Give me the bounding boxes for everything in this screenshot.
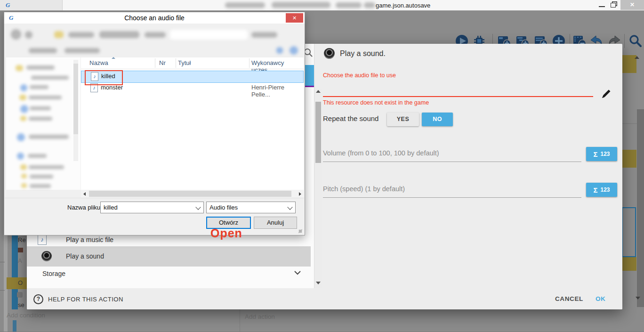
toolbar-separator: [624, 34, 625, 48]
window-tab: G: [0, 0, 63, 10]
repeat-no-button[interactable]: NO: [422, 113, 453, 126]
blurred-tree-label: [26, 65, 55, 70]
blurred-breadcrumb: [68, 32, 94, 38]
blurred-back-button: [11, 29, 21, 40]
column-separator[interactable]: [155, 58, 155, 68]
blurred-folder-icon: [16, 65, 23, 71]
close-icon[interactable]: ✕: [286, 13, 303, 23]
ok-button[interactable]: OK: [596, 295, 605, 302]
blurred-forward-button: [25, 31, 32, 39]
pitch-expression-button[interactable]: Σ 123: [586, 183, 617, 197]
column-header-title[interactable]: Tytuł: [178, 59, 191, 66]
window-close-icon[interactable]: ✕: [620, 0, 644, 10]
volume-expression-button[interactable]: Σ 123: [586, 147, 617, 161]
minimize-icon[interactable]: [599, 6, 605, 7]
group-label: Storage: [42, 270, 65, 277]
scrollbar-thumb[interactable]: [73, 64, 78, 134]
help-icon: ?: [33, 294, 43, 304]
blurred-folder-icon: [20, 116, 26, 121]
filetype-combobox[interactable]: Audio files: [206, 202, 296, 213]
column-header-nr[interactable]: Nr: [159, 59, 166, 66]
volume-label: Volume (from 0 to 100, 100 by default): [323, 149, 439, 157]
blurred-tree-label: [29, 135, 69, 139]
blurred-tree-label: [30, 184, 51, 188]
blurred-tree-label: [31, 76, 69, 80]
instruction-group-storage[interactable]: Storage: [27, 267, 311, 281]
search-icon[interactable]: [628, 34, 642, 48]
blurred-tree-label: [30, 175, 53, 178]
blurred-folder-icon: [20, 164, 27, 170]
annotation-highlight-box: [85, 70, 123, 85]
sort-ascending-icon: [112, 57, 115, 59]
blurred-newfolder-button: [64, 48, 100, 53]
scroll-up-icon[interactable]: [635, 56, 639, 59]
blurred-text: [251, 32, 277, 38]
blurred-help-button: [290, 46, 298, 55]
blurred-tree-icon: [20, 84, 27, 91]
footer-divider: [5, 198, 304, 198]
blurred-tree-label: [29, 165, 64, 169]
music-note-icon: ♪: [38, 235, 47, 245]
window-titlebar: G game.json.autosave ✕: [0, 0, 644, 11]
dialog-footer: ? HELP FOR THIS ACTION CANCEL OK: [27, 288, 622, 309]
instruction-search-icon[interactable]: [304, 48, 313, 57]
speaker-icon: [41, 251, 52, 261]
blurred-title-text: [225, 2, 265, 8]
blurred-breadcrumb: [99, 31, 139, 38]
blurred-tree-label: [29, 96, 62, 99]
file-list-hscrollbar[interactable]: [81, 190, 304, 198]
file-chooser-dialog: G Choose an audio file ✕: [4, 12, 305, 235]
action-title: Play a sound.: [340, 49, 386, 58]
instruction-item-play-sound[interactable]: Play a sound: [27, 246, 311, 267]
scroll-down-icon[interactable]: [636, 297, 640, 300]
cancel-button-file-dialog[interactable]: Anuluj: [254, 217, 297, 229]
pitch-label: Pitch (speed) (1 by default): [323, 185, 405, 193]
blurred-view-button: [276, 47, 283, 54]
blurred-folder-icon: [54, 31, 64, 38]
tree-scrollbar[interactable]: [73, 60, 78, 161]
audio-file-input[interactable]: [323, 96, 593, 97]
resize-grip[interactable]: [299, 230, 302, 233]
dimmed-flag-icon: [18, 248, 23, 252]
scroll-up-icon[interactable]: [316, 90, 321, 93]
volume-input[interactable]: [323, 162, 581, 162]
restore-icon[interactable]: [611, 3, 616, 8]
blurred-tree-icon: [17, 133, 25, 141]
help-link[interactable]: ? HELP FOR THIS ACTION: [33, 294, 123, 304]
instruction-list-scrollbar[interactable]: [315, 89, 322, 289]
filename-combobox[interactable]: killed: [100, 202, 204, 213]
scroll-right-icon[interactable]: [299, 192, 301, 196]
event-sheet-scrollbar[interactable]: [637, 109, 644, 307]
pitch-input[interactable]: [323, 197, 581, 198]
chevron-down-icon: [195, 204, 201, 210]
blurred-tree-label: [29, 117, 52, 121]
instruction-label: Play a sound: [66, 252, 104, 260]
scroll-down-icon[interactable]: [316, 282, 321, 284]
column-header-name[interactable]: Nazwa: [89, 59, 108, 66]
scroll-left-icon[interactable]: [83, 192, 86, 196]
dimmed-row-divider: [0, 290, 5, 291]
filename-label: Nazwa pliku:: [67, 204, 102, 211]
file-dialog-titlebar: G Choose an audio file ✕: [4, 12, 305, 24]
cancel-button[interactable]: CANCEL: [555, 295, 583, 302]
repeat-yes-button[interactable]: YES: [387, 113, 419, 126]
add-condition-placeholder: Add condition: [7, 312, 45, 319]
column-separator[interactable]: [176, 58, 176, 68]
blurred-organize-button: [29, 48, 57, 53]
file-dialog-title: Choose an audio file: [4, 14, 305, 22]
dimmed-text-fragment: se: [18, 301, 24, 308]
blurred-tree-icon: [17, 153, 24, 160]
dimmed-event-bar: [12, 234, 18, 309]
add-action-placeholder: Add action: [245, 313, 275, 320]
blurred-title-text: [336, 2, 362, 8]
expression-123-label: 123: [600, 186, 610, 193]
dimmed-row-divider: [0, 262, 5, 262]
scrollbar-thumb[interactable]: [315, 102, 321, 163]
edit-brush-icon[interactable]: [601, 88, 612, 99]
scrollbar-thumb[interactable]: [89, 191, 291, 197]
dimmed-condition-icon: [17, 292, 23, 298]
column-separator[interactable]: [249, 58, 250, 68]
chevron-down-icon: [294, 271, 301, 275]
resource-warning: This resource does not exist in the game: [323, 99, 429, 106]
blurred-tree-label: [28, 154, 47, 158]
